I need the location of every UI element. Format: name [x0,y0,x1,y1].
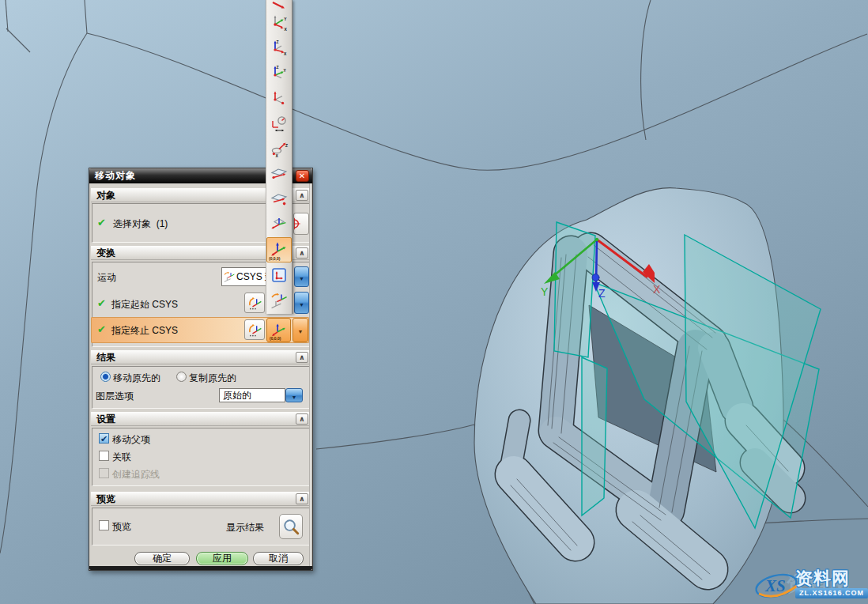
toolbar-item-csys-current-view[interactable] [266,262,292,288]
toolbar-item-csys-point[interactable] [266,85,292,111]
datum-plane-left[interactable] [554,222,595,357]
collapse-settings-button[interactable]: ∧ [296,413,308,425]
motion-dropdown-arrow[interactable]: ▼ [294,266,309,287]
select-object-button[interactable] [293,213,309,235]
end-csys-dropdown-arrow[interactable]: ▼ [292,318,308,342]
collapse-transform-button[interactable]: ∧ [296,247,308,259]
motion-label: 运动 [97,271,116,285]
dialog-bottom-edge [89,566,312,570]
preview-header-label: 预览 [96,493,115,504]
toolbar-item-csys-zaxis-xaxis[interactable] [266,35,292,60]
move-parent-label[interactable]: 移动父项 [112,433,150,447]
select-object-label[interactable]: 选择对象 (1) [113,217,168,231]
associative-label[interactable]: 关联 [112,451,131,464]
toolbar-item-csys-cylinder-axis[interactable] [266,136,292,161]
layer-option-label: 图层选项 [96,390,134,403]
chevron-up-icon: ∧ [299,353,304,361]
toolbar-item-csys-offset[interactable] [266,288,292,313]
cancel-button[interactable]: 取消 [253,552,304,565]
watermark-xs-emblem: XS [754,567,800,602]
chevron-up-icon: ∧ [299,415,304,423]
collapse-object-button[interactable]: ∧ [296,190,308,201]
csys-type-dropdown-list: (0,0,0) [266,0,292,314]
copy-original-label[interactable]: 复制原先的 [189,372,236,385]
csys-offset-icon [270,291,289,310]
csys-zaxis-xaxis-icon [270,38,289,57]
layer-option-value: 原始的 [223,389,251,402]
check-icon: ✔ [97,217,106,228]
create-traceline-checkbox [99,468,109,478]
toolbar-item-csys-origin-xpoint-ypoint[interactable] [266,9,292,35]
toolbar-item-csys-xaxis-arc[interactable] [266,111,292,136]
motion-value: CSYS 到 CSYS [236,270,266,284]
csys-point-icon [270,89,289,108]
collapse-result-button[interactable]: ∧ [296,352,308,363]
chevron-up-icon: ∧ [299,191,304,199]
chevron-up-icon: ∧ [299,249,304,257]
layer-option-dropdown[interactable]: 原始的 [219,388,285,402]
axis-label-z: Z [598,287,606,300]
dialog-right-gutter [309,183,312,566]
move-original-radio[interactable] [100,372,111,382]
chevron-up-icon: ∧ [299,495,304,503]
close-button[interactable]: ✕ [296,170,309,182]
specify-start-csys-label[interactable]: 指定起始 CSYS [111,298,178,311]
motion-dropdown[interactable]: CSYS 到 CSYS [221,267,266,286]
section-header-settings: 设置 ∧ [91,412,311,426]
axis-label-y: Y [541,285,549,298]
show-result-label: 显示结果 [226,521,264,534]
csys-current-view-icon [270,266,289,285]
toolbar-item-csys-three-planes[interactable] [266,212,292,237]
csys-constructor-icon [247,295,263,311]
apply-button[interactable]: 应用 [196,552,248,565]
toolbar-item-csys-zaxis-yaxis[interactable] [266,60,292,85]
csys-zaxis-yaxis-icon [270,63,289,82]
watermark-logo: 资料网 XS 资料网 ZL.XS1616.COM [754,566,866,602]
toolbar-item-csys-plane-vector[interactable] [266,161,292,187]
datum-plane-left-lower[interactable] [582,357,607,515]
preview-checkbox[interactable] [99,520,109,530]
collapse-preview-button[interactable]: ∧ [296,493,308,504]
section-header-preview: 预览 ∧ [91,492,311,506]
end-csys-absolute-button[interactable]: (0,0,0) [266,318,291,342]
csys-three-planes-icon [270,215,289,234]
show-result-button[interactable] [279,514,303,539]
csys-to-csys-icon [223,270,236,283]
section-header-result: 结果 ∧ [91,350,311,364]
start-csys-dropdown-arrow[interactable]: ▼ [294,292,309,314]
toolbar-item-csys-absolute[interactable]: (0,0,0) [266,237,292,262]
application-window: Y Z X 资料网 XS 资料网 ZL.XS1616.COM [0,0,868,604]
move-parent-checkbox[interactable]: ✔ [99,433,109,444]
chevron-down-icon: ▼ [299,276,304,281]
create-traceline-label: 创建追踪线 [112,468,160,481]
specify-end-csys-label[interactable]: 指定终止 CSYS [111,324,178,338]
layer-option-dropdown-arrow[interactable]: ▼ [285,388,303,402]
checkmark-icon: ✔ [100,434,108,444]
preview-label[interactable]: 预览 [112,520,131,534]
csys-plane-vector-icon [270,164,289,183]
csys-constructor-icon [247,322,263,338]
toolbar-item-csys-dynamic[interactable] [266,0,292,9]
selected-count: (1) [157,218,168,229]
object-header-label: 对象 [96,190,115,201]
csys-origin-coordinates: (0,0,0) [269,256,280,261]
csys-cylinder-axis-icon [270,139,289,158]
check-icon: ✔ [97,323,106,335]
chevron-down-icon: ▼ [298,329,304,334]
end-csys-dialog-button[interactable] [244,319,265,340]
result-header-label: 结果 [96,352,115,363]
toolbar-item-csys-plane-point[interactable] [266,187,292,212]
watermark-brand-text: 资料网 [795,570,868,587]
svg-text:XS: XS [764,576,786,595]
chevron-down-icon: ▼ [292,394,297,400]
ok-button[interactable]: 确定 [134,552,190,565]
chevron-down-icon: ▼ [299,302,304,308]
move-original-label[interactable]: 移动原先的 [113,372,160,385]
copy-original-radio[interactable] [176,372,187,382]
associative-checkbox[interactable] [99,451,109,461]
dialog-title: 移动对象 [95,170,136,181]
triad-origin-handle[interactable] [595,238,598,241]
start-csys-dialog-button[interactable] [244,293,265,313]
transform-header-label: 变换 [96,247,115,259]
check-icon: ✔ [97,297,106,309]
